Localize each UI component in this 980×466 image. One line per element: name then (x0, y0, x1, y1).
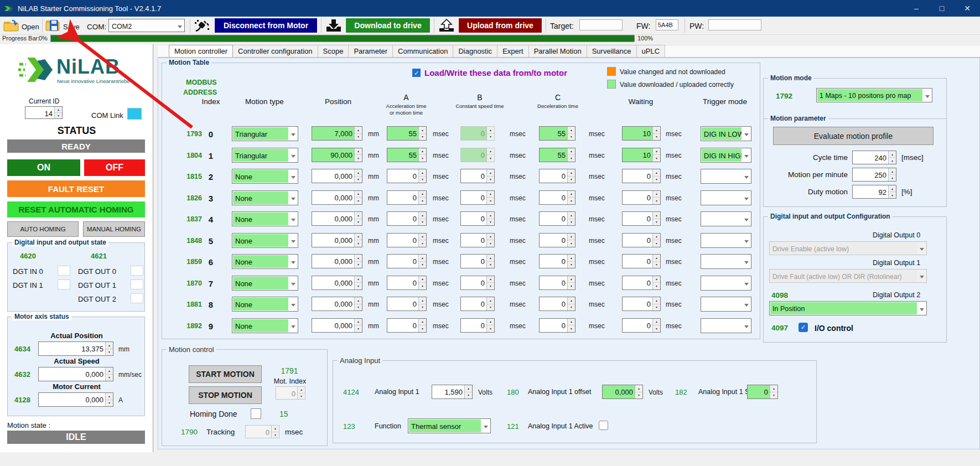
spin-down-icon[interactable]: ▼ (487, 240, 494, 247)
waiting-stepper[interactable]: 0▲▼ (622, 233, 661, 247)
auto-homing-button[interactable]: AUTO HOMING (7, 221, 79, 237)
motion-type-select[interactable]: None (232, 190, 298, 205)
spin-up-icon[interactable]: ▲ (419, 234, 426, 241)
spin-up-icon[interactable]: ▲ (419, 169, 426, 177)
com-port-select[interactable]: COM2 (108, 19, 185, 32)
spin-down-icon[interactable]: ▼ (55, 113, 62, 118)
spin-down-icon[interactable]: ▼ (355, 198, 362, 204)
spinner-buttons[interactable]: ▲▼ (486, 255, 494, 268)
motion-type-select[interactable]: Triangular (232, 148, 298, 163)
spin-down-icon[interactable]: ▼ (419, 134, 426, 141)
spin-down-icon[interactable]: ▼ (653, 262, 660, 268)
spin-up-icon[interactable]: ▲ (568, 255, 575, 262)
spin-down-icon[interactable]: ▼ (272, 432, 279, 438)
accel-time-stepper[interactable]: 0▲▼ (387, 254, 427, 268)
spin-up-icon[interactable]: ▲ (487, 276, 494, 283)
cycle-time-stepper[interactable]: 240 ▲▼ (852, 151, 896, 164)
spin-up-icon[interactable]: ▲ (419, 319, 426, 326)
spin-down-icon[interactable]: ▼ (653, 134, 660, 141)
spinner-buttons[interactable]: ▲▼ (105, 393, 113, 406)
spin-up-icon[interactable]: ▲ (419, 127, 426, 134)
upload-from-drive-button[interactable]: Upload from drive (458, 18, 542, 33)
spin-down-icon[interactable]: ▼ (465, 392, 472, 399)
spin-up-icon[interactable]: ▲ (568, 212, 575, 219)
decel-time-stepper[interactable]: 55▲▼ (539, 126, 575, 141)
constant-speed-time-stepper[interactable]: 0▲▼ (460, 190, 495, 205)
spin-up-icon[interactable]: ▲ (355, 234, 362, 241)
waiting-stepper[interactable]: 10▲▼ (622, 126, 661, 141)
spin-up-icon[interactable]: ▲ (568, 191, 575, 198)
analog-input1-active-checkbox[interactable] (599, 421, 608, 430)
spinner-buttons[interactable]: ▲▼ (354, 255, 362, 268)
waiting-stepper[interactable]: 0▲▼ (622, 169, 661, 183)
spin-down-icon[interactable]: ▼ (653, 283, 660, 289)
spinner-buttons[interactable]: ▲▼ (652, 234, 660, 247)
spin-up-icon[interactable]: ▲ (653, 212, 660, 219)
position-stepper[interactable]: 90,000▲▼ (312, 148, 362, 162)
spinner-buttons[interactable]: ▲▼ (486, 234, 494, 247)
spin-down-icon[interactable]: ▼ (568, 219, 575, 226)
motion-type-select[interactable]: None (232, 254, 298, 269)
spin-down-icon[interactable]: ▼ (355, 177, 362, 183)
spin-down-icon[interactable]: ▼ (653, 304, 660, 311)
tab-uplc[interactable]: uPLC (636, 45, 666, 57)
spin-up-icon[interactable]: ▲ (568, 169, 575, 177)
spin-up-icon[interactable]: ▲ (635, 385, 642, 392)
waiting-stepper[interactable]: 0▲▼ (622, 254, 661, 268)
spinner-buttons[interactable]: ▲▼ (418, 169, 426, 183)
spinner-buttons[interactable]: ▲▼ (354, 276, 362, 289)
spin-up-icon[interactable]: ▲ (653, 169, 660, 177)
spin-up-icon[interactable]: ▲ (653, 255, 660, 262)
current-id-stepper[interactable]: 14 ▲▼ (25, 106, 63, 119)
motor-axis-value-stepper[interactable]: 0,000▲▼ (38, 367, 113, 381)
motion-type-select[interactable]: None (232, 297, 298, 312)
spin-down-icon[interactable]: ▼ (653, 325, 660, 332)
fault-reset-button[interactable]: FAULT RESET (7, 180, 145, 197)
spin-down-icon[interactable]: ▼ (419, 177, 426, 183)
spin-down-icon[interactable]: ▼ (487, 219, 494, 226)
spin-up-icon[interactable]: ▲ (487, 297, 494, 304)
decel-time-stepper[interactable]: 0▲▼ (539, 233, 575, 247)
spin-down-icon[interactable]: ▼ (487, 304, 494, 311)
spinner-buttons[interactable]: ▲▼ (652, 297, 660, 310)
spinner-buttons[interactable]: ▲▼ (464, 385, 472, 398)
manual-homing-button[interactable]: MANUAL HOMING (83, 221, 145, 237)
start-motion-button[interactable]: START MOTION (189, 365, 262, 383)
spinner-buttons[interactable]: ▲▼ (418, 319, 426, 332)
spin-up-icon[interactable]: ▲ (770, 385, 777, 392)
motion-type-select[interactable]: None (232, 169, 298, 184)
motion-type-select[interactable]: None (232, 211, 298, 226)
spinner-buttons[interactable]: ▲▼ (652, 169, 660, 183)
digital-output2-select[interactable]: In Position (769, 301, 927, 315)
spinner-buttons[interactable]: ▲▼ (354, 234, 362, 247)
minimize-button[interactable]: – (904, 0, 929, 17)
spinner-buttons[interactable]: ▲▼ (354, 319, 362, 332)
analog-input1-stepper[interactable]: 1,590 ▲▼ (432, 385, 473, 399)
spin-down-icon[interactable]: ▼ (419, 304, 426, 311)
tab-motion-controller[interactable]: Motion controller (169, 45, 233, 57)
spin-up-icon[interactable]: ▲ (487, 212, 494, 219)
spin-up-icon[interactable]: ▲ (272, 426, 279, 432)
on-button[interactable]: ON (7, 159, 80, 176)
spinner-buttons[interactable]: ▲▼ (486, 212, 494, 225)
position-stepper[interactable]: 0,000▲▼ (312, 233, 362, 247)
position-stepper[interactable]: 0,000▲▼ (312, 169, 362, 183)
accel-time-stepper[interactable]: 0▲▼ (387, 297, 427, 311)
spin-up-icon[interactable]: ▲ (355, 169, 362, 177)
spin-down-icon[interactable]: ▼ (487, 325, 494, 332)
spin-up-icon[interactable]: ▲ (419, 148, 426, 156)
position-stepper[interactable]: 0,000▲▼ (312, 297, 362, 311)
download-to-drive-button[interactable]: Download to drive (345, 18, 431, 33)
spinner-buttons[interactable]: ▲▼ (418, 297, 426, 310)
spin-down-icon[interactable]: ▼ (568, 283, 575, 289)
spin-up-icon[interactable]: ▲ (487, 319, 494, 326)
spin-down-icon[interactable]: ▼ (419, 155, 426, 162)
position-stepper[interactable]: 0,000▲▼ (312, 318, 362, 333)
spin-up-icon[interactable]: ▲ (355, 255, 362, 262)
spin-up-icon[interactable]: ▲ (653, 191, 660, 198)
pw-input[interactable] (708, 19, 761, 30)
spinner-buttons[interactable]: ▲▼ (652, 319, 660, 332)
duty-motion-stepper[interactable]: 92 ▲▼ (852, 185, 896, 199)
spinner-buttons[interactable]: ▲▼ (486, 191, 494, 204)
spin-down-icon[interactable]: ▼ (419, 262, 426, 268)
